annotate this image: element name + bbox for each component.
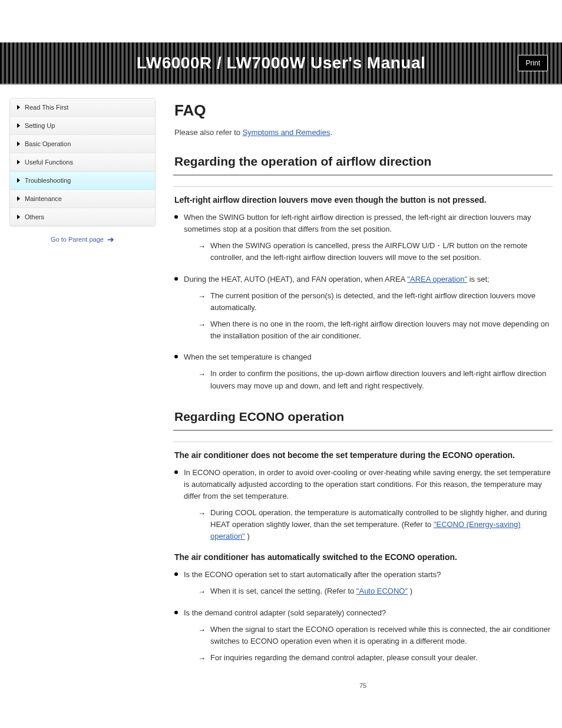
nav-item-basic-operation[interactable]: Basic Operation <box>10 135 155 153</box>
page-number: 75 <box>173 682 553 689</box>
answer-text: When the set temperature is changed <box>184 353 312 361</box>
action-text: When there is no one in the room, the le… <box>210 318 553 342</box>
answer-list: When the SWING button for left-right air… <box>173 212 553 392</box>
caret-right-icon <box>17 141 20 146</box>
caret-right-icon <box>17 178 20 183</box>
caret-right-icon <box>17 123 20 128</box>
caret-right-icon <box>17 105 20 110</box>
divider <box>173 442 553 442</box>
action-text: In order to confirm the positions, the u… <box>210 368 553 391</box>
divider <box>173 174 553 176</box>
action-row: → The current position of the person(s) … <box>198 290 553 314</box>
faq-question: The air conditioner does not become the … <box>174 450 553 460</box>
answer-text: Is the demand control adapter (sold sepa… <box>184 608 386 617</box>
answer-text: When the SWING button for left-right air… <box>184 213 531 233</box>
divider <box>173 186 553 187</box>
manual-title: LW6000R / LW7000W User's Manual <box>14 54 548 73</box>
arrow-right-icon: → <box>198 240 206 263</box>
area-operation-link[interactable]: "AREA operation" <box>407 275 467 284</box>
answer-text: During the HEAT, AUTO (HEAT), and FAN op… <box>184 275 490 284</box>
nav-label: Setting Up <box>25 122 55 129</box>
action-text: When the SWING operation is cancelled, p… <box>210 240 553 263</box>
parent-page-link[interactable]: Go to Parent page ➜ <box>9 235 156 244</box>
section-heading-econo: Regarding ECONO operation <box>174 410 553 424</box>
arrow-right-icon: → <box>198 507 206 542</box>
action-row: → During COOL operation, the temperature… <box>198 507 553 542</box>
main-content: FAQ Please also refer to Symptoms and Re… <box>173 98 553 689</box>
arrow-right-icon: → <box>198 290 206 314</box>
action-row: → For inquiries regarding the demand con… <box>198 652 553 664</box>
nav-label: Useful Functions <box>25 159 73 166</box>
nav-label: Maintenance <box>25 195 62 202</box>
parent-page-label: Go to Parent page <box>51 236 104 243</box>
action-text: The current position of the person(s) is… <box>210 290 553 314</box>
symptoms-link[interactable]: Symptoms and Remedies <box>243 128 330 137</box>
arrow-right-icon: → <box>198 318 206 342</box>
sidebar: Read This First Setting Up Basic Operati… <box>9 98 156 244</box>
action-row: → When there is no one in the room, the … <box>198 318 553 342</box>
caret-right-icon <box>17 215 20 219</box>
answer-bullet: In ECONO operation, in order to avoid ov… <box>173 467 553 543</box>
page-body: Read This First Setting Up Basic Operati… <box>0 85 562 713</box>
divider <box>173 430 553 431</box>
arrow-right-icon: → <box>198 624 206 647</box>
nav-item-maintenance[interactable]: Maintenance <box>10 190 155 208</box>
answer-bullet: When the set temperature is changed → In… <box>173 351 553 391</box>
action-text: For inquiries regarding the demand contr… <box>210 652 553 664</box>
arrow-right-icon: → <box>198 585 206 598</box>
nav-item-read-this-first[interactable]: Read This First <box>10 98 155 117</box>
arrow-right-icon: → <box>198 368 206 391</box>
answer-bullet: Is the ECONO operation set to start auto… <box>173 569 553 598</box>
caret-right-icon <box>17 196 20 201</box>
faq-question: Left-right airflow direction louvers mov… <box>174 195 553 205</box>
action-text: During COOL operation, the temperature i… <box>210 507 553 542</box>
nav-item-others[interactable]: Others <box>10 208 155 226</box>
nav-item-troubleshooting[interactable]: Troubleshooting <box>10 171 155 190</box>
arrow-right-icon: ➜ <box>107 235 114 244</box>
page-title: FAQ <box>174 101 553 120</box>
answer-list: Is the ECONO operation set to start auto… <box>173 569 553 665</box>
answer-bullet: Is the demand control adapter (sold sepa… <box>173 607 553 665</box>
faq-question: The air conditioner has automatically sw… <box>174 552 553 562</box>
header-banner: LW6000R / LW7000W User's Manual Print <box>0 42 562 85</box>
nav-list: Read This First Setting Up Basic Operati… <box>9 98 156 226</box>
answer-text: Is the ECONO operation set to start auto… <box>184 570 441 579</box>
action-row: → When the SWING operation is cancelled,… <box>198 240 553 263</box>
nav-label: Others <box>25 213 44 220</box>
answer-text: In ECONO operation, in order to avoid ov… <box>184 468 551 500</box>
answer-bullet: When the SWING button for left-right air… <box>173 212 553 264</box>
top-whitespace <box>0 0 562 42</box>
action-row: → When the signal to start the ECONO ope… <box>198 624 553 647</box>
action-text: When the signal to start the ECONO opera… <box>210 624 553 647</box>
lead-note: Please also refer to Symptoms and Remedi… <box>174 128 553 137</box>
print-button[interactable]: Print <box>518 55 548 71</box>
arrow-right-icon: → <box>198 652 206 664</box>
nav-item-setting-up[interactable]: Setting Up <box>10 117 155 135</box>
nav-item-useful-functions[interactable]: Useful Functions <box>10 153 155 172</box>
section-heading-airflow: Regarding the operation of airflow direc… <box>174 154 553 169</box>
nav-label: Basic Operation <box>25 140 71 147</box>
answer-list: In ECONO operation, in order to avoid ov… <box>173 467 553 543</box>
nav-label: Troubleshooting <box>25 177 71 184</box>
caret-right-icon <box>17 160 20 164</box>
action-row: → When it is set, cancel the setting. (R… <box>198 585 553 598</box>
auto-econo-link[interactable]: "Auto ECONO" <box>356 587 408 595</box>
action-text: When it is set, cancel the setting. (Ref… <box>210 585 553 598</box>
answer-bullet: During the HEAT, AUTO (HEAT), and FAN op… <box>173 274 553 342</box>
action-row: → In order to confirm the positions, the… <box>198 368 553 391</box>
nav-label: Read This First <box>25 104 68 111</box>
